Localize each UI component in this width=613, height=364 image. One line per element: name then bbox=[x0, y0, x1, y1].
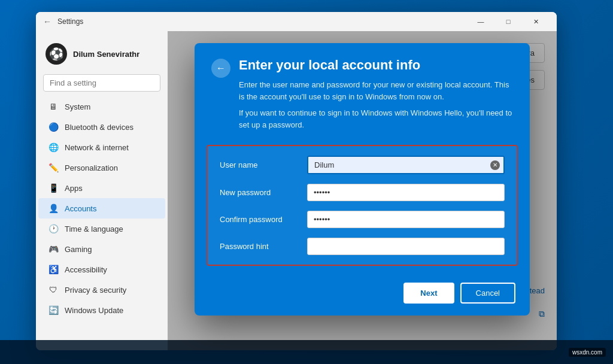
sidebar-item-apps[interactable]: 📱 Apps bbox=[38, 178, 165, 198]
dialog-title: Enter your local account info bbox=[239, 57, 513, 73]
sidebar-item-bluetooth[interactable]: 🔵 Bluetooth & devices bbox=[38, 117, 165, 137]
privacy-icon: 🛡 bbox=[48, 284, 59, 295]
password-hint-label: Password hint bbox=[220, 242, 298, 251]
user-profile: ⚽ Dilum Senevirathr bbox=[36, 36, 168, 72]
close-button[interactable]: ✕ bbox=[522, 12, 550, 31]
update-icon: 🔄 bbox=[48, 305, 59, 316]
accounts-icon: 👤 bbox=[48, 203, 59, 214]
dialog-back-button[interactable]: ← bbox=[211, 59, 230, 78]
sidebar-item-accessibility[interactable]: ♿ Accessibility bbox=[38, 259, 165, 280]
dialog-subtitle: Enter the user name and password for you… bbox=[239, 79, 513, 102]
system-icon: 🖥 bbox=[48, 101, 59, 112]
new-password-input-wrap bbox=[307, 184, 505, 201]
maximize-button[interactable]: □ bbox=[494, 12, 522, 31]
window-controls: — □ ✕ bbox=[467, 12, 550, 31]
username-row: User name ✕ bbox=[220, 156, 505, 174]
password-hint-input[interactable] bbox=[307, 238, 505, 255]
settings-window: ← Settings — □ ✕ ⚽ Dilum Senevirathr bbox=[36, 12, 557, 350]
sidebar: ⚽ Dilum Senevirathr 🖥 System 🔵 Bluetooth… bbox=[36, 31, 168, 350]
sidebar-item-personalization[interactable]: ✏️ Personalization bbox=[38, 157, 165, 178]
sidebar-item-privacy[interactable]: 🛡 Privacy & security bbox=[38, 280, 165, 300]
sidebar-item-system[interactable]: 🖥 System bbox=[38, 96, 165, 117]
username-input[interactable] bbox=[307, 156, 505, 174]
dialog-title-section: Enter your local account info Enter the … bbox=[239, 57, 513, 131]
sidebar-item-gaming[interactable]: 🎮 Gaming bbox=[38, 239, 165, 259]
dialog-note: If you want to continue to sign in to Wi… bbox=[239, 107, 513, 131]
username-input-wrap: ✕ bbox=[307, 156, 505, 174]
minimize-button[interactable]: — bbox=[467, 12, 494, 31]
dialog-form: User name ✕ New password bbox=[207, 145, 518, 266]
next-button[interactable]: Next bbox=[403, 283, 454, 304]
main-content: Open Camera Browse files with a local ac… bbox=[168, 31, 557, 350]
new-password-row: New password bbox=[220, 184, 505, 201]
new-password-input[interactable] bbox=[307, 184, 505, 201]
network-icon: 🌐 bbox=[48, 142, 59, 153]
accessibility-icon: ♿ bbox=[48, 264, 59, 275]
password-hint-input-wrap bbox=[307, 238, 505, 255]
cancel-button[interactable]: Cancel bbox=[460, 283, 515, 304]
user-name: Dilum Senevirathr bbox=[73, 50, 139, 59]
search-input[interactable] bbox=[43, 74, 160, 92]
dialog-overlay: ← Enter your local account info Enter th… bbox=[168, 31, 557, 350]
title-bar: ← Settings — □ ✕ bbox=[36, 12, 557, 31]
avatar: ⚽ bbox=[45, 43, 67, 65]
wsxdn-badge: wsxdn.com bbox=[569, 348, 606, 357]
desktop: ← Settings — □ ✕ ⚽ Dilum Senevirathr bbox=[0, 0, 613, 364]
password-hint-row: Password hint bbox=[220, 238, 505, 255]
sidebar-item-update[interactable]: 🔄 Windows Update bbox=[38, 300, 165, 320]
gaming-icon: 🎮 bbox=[48, 244, 59, 254]
sidebar-item-time[interactable]: 🕐 Time & language bbox=[38, 219, 165, 239]
confirm-password-label: Confirm password bbox=[220, 215, 298, 224]
titlebar-back-button[interactable]: ← bbox=[43, 17, 53, 26]
sidebar-item-network[interactable]: 🌐 Network & internet bbox=[38, 137, 165, 157]
window-title: Settings bbox=[57, 17, 467, 26]
confirm-password-input[interactable] bbox=[307, 211, 505, 228]
sidebar-item-accounts[interactable]: 👤 Accounts bbox=[38, 198, 165, 219]
time-icon: 🕐 bbox=[48, 223, 59, 234]
new-password-label: New password bbox=[220, 188, 298, 197]
confirm-password-input-wrap bbox=[307, 211, 505, 228]
username-label: User name bbox=[220, 160, 298, 169]
username-clear-button[interactable]: ✕ bbox=[490, 160, 500, 170]
confirm-password-row: Confirm password bbox=[220, 211, 505, 228]
personalization-icon: ✏️ bbox=[48, 162, 59, 173]
dialog-footer: Next Cancel bbox=[195, 275, 530, 316]
local-account-dialog: ← Enter your local account info Enter th… bbox=[195, 43, 530, 316]
dialog-header: ← Enter your local account info Enter th… bbox=[195, 43, 530, 140]
settings-body: ⚽ Dilum Senevirathr 🖥 System 🔵 Bluetooth… bbox=[36, 31, 557, 350]
apps-icon: 📱 bbox=[48, 183, 59, 193]
bluetooth-icon: 🔵 bbox=[48, 122, 59, 132]
